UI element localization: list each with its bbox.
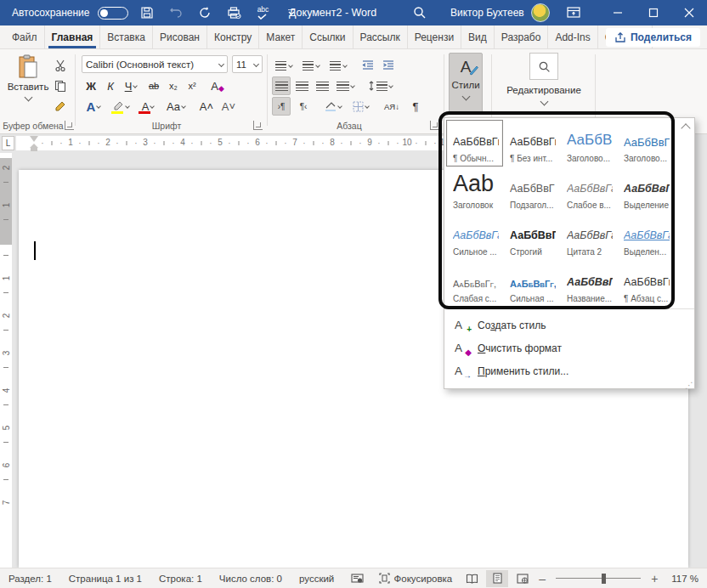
multilevel-list-button[interactable] [326,56,350,75]
resize-grip[interactable] [685,379,692,386]
font-color-button[interactable]: А [136,97,160,116]
tab-design[interactable]: Констру [207,25,259,48]
apply-styles[interactable]: А→Применить стили... [444,359,694,382]
close-button[interactable] [671,0,707,25]
style-emphasis[interactable]: АаБбВвГгВыделение [617,167,674,213]
text-effects-button[interactable]: А [82,97,105,116]
style-title[interactable]: AabЗаголовок [446,167,503,213]
line-spacing-button[interactable] [367,76,393,95]
style-heading2[interactable]: АаБбВвГЗаголово... [617,120,674,167]
style-normal[interactable]: АаБбВвГг,¶ Обычн... [446,120,503,167]
sort-button[interactable]: АЯ↓ [381,97,403,116]
word-count-status[interactable]: Число слов: 0 [211,574,291,584]
user-name[interactable]: Виктор Бухтеев [450,7,524,19]
zoom-in-button[interactable]: + [649,572,659,585]
superscript-button[interactable]: x² [183,76,201,95]
tab-layout[interactable]: Макет [259,25,303,48]
editing-button[interactable]: Редактирование [503,53,585,105]
style-heading1[interactable]: АаБбВвЗаголово... [560,120,617,167]
style-quote2[interactable]: АаБбВвГгЦитата 2 [560,213,617,260]
highlight-button[interactable] [109,97,133,116]
align-right-button[interactable] [313,76,331,95]
grow-font-button[interactable]: А˄ [197,97,216,116]
copy-icon[interactable] [51,76,70,95]
tab-draw[interactable]: Рисован [153,25,207,48]
change-case-button[interactable]: Аа [163,97,189,116]
bold-button[interactable]: Ж [82,76,100,95]
cut-icon[interactable] [51,56,70,75]
ltr-direction-button[interactable]: ›¶ [272,97,291,116]
tab-developer[interactable]: Разрабо [495,25,549,48]
zoom-slider-handle[interactable] [602,574,606,584]
tab-addins[interactable]: Add-Ins [548,25,597,48]
tab-insert[interactable]: Вставка [100,25,153,48]
style-subtitle[interactable]: АаБбВвГПодзагол... [503,167,560,213]
search-icon[interactable] [410,3,430,22]
page-status[interactable]: Страница 1 из 1 [60,574,150,584]
align-center-button[interactable] [292,76,311,95]
justify-button[interactable] [333,76,357,95]
line-status[interactable]: Строка: 1 [150,574,211,584]
clear-formatting[interactable]: А◆Очистить формат [444,336,694,359]
italic-button[interactable]: К [101,76,120,95]
spelling-grammar-icon[interactable]: abc [252,3,273,23]
borders-button[interactable] [348,97,372,116]
tab-references[interactable]: Ссылки [303,25,353,48]
style-subtle-emphasis[interactable]: АаБбВвГгСлабое в... [560,167,617,213]
paste-button[interactable]: Вставить [5,54,51,100]
align-left-button[interactable] [272,76,291,95]
clear-formatting-button[interactable]: А◆ [208,76,227,95]
redo-icon[interactable] [195,3,215,23]
increase-indent-button[interactable] [379,56,398,75]
style-subtle-reference[interactable]: АаБбВвГг,Слабая с... [446,260,503,307]
ribbon-display-options-icon[interactable] [559,0,588,25]
bullets-button[interactable] [272,56,296,75]
shading-button[interactable] [321,97,345,116]
quick-print-icon[interactable] [223,3,244,23]
strikethrough-button[interactable]: ab [144,76,163,95]
save-icon[interactable] [137,3,157,23]
autosave-toggle[interactable] [98,7,128,20]
gallery-collapse-icon[interactable] [681,123,690,133]
styles-button[interactable]: А Стили [449,53,483,114]
format-painter-icon[interactable] [51,97,70,116]
decrease-indent-button[interactable] [359,56,377,75]
maximize-button[interactable] [636,0,671,25]
focus-mode-button[interactable]: Фокусировка [374,570,458,587]
macro-record-icon[interactable] [342,574,372,584]
share-button[interactable]: Поделиться [606,28,700,47]
paragraph-dialog-launcher-icon[interactable] [430,121,439,130]
rtl-direction-button[interactable]: ¶‹ [294,97,313,116]
web-layout-button[interactable] [512,570,534,587]
show-marks-button[interactable]: ¶ [406,97,425,116]
language-status[interactable]: русский [291,574,342,584]
first-line-indent-marker[interactable] [30,136,38,142]
style-no-spacing[interactable]: АаБбВвГг,¶ Без инт... [503,120,560,167]
clipboard-dialog-launcher-icon[interactable] [65,121,74,130]
minimize-button[interactable] [600,0,636,25]
avatar[interactable] [531,3,550,22]
tab-view[interactable]: Вид [461,25,495,48]
style-list-paragraph[interactable]: АаБбВвГг,¶ Абзац с... [617,260,674,307]
zoom-slider[interactable] [556,578,641,580]
print-layout-button[interactable] [486,570,508,587]
create-style[interactable]: А+Создать стиль [444,314,694,336]
zoom-out-button[interactable]: – [537,572,547,585]
numbering-button[interactable] [299,56,323,75]
subscript-button[interactable]: x₂ [164,76,183,95]
vertical-ruler[interactable]: 211234567 [0,153,12,568]
font-dialog-launcher-icon[interactable] [253,121,263,130]
style-book-title[interactable]: АаБбВвГгНазвание... [560,260,617,307]
tab-file[interactable]: Файл [5,25,45,48]
shrink-font-button[interactable]: А˅ [219,97,238,116]
font-name-combo[interactable]: Calibri (Основной текст) [82,55,228,73]
left-indent-marker[interactable] [31,148,37,151]
tab-selector[interactable]: L [2,136,14,150]
read-mode-button[interactable] [461,570,483,587]
tab-review[interactable]: Рецензи [408,25,461,48]
style-intense-reference[interactable]: АаБбВвГг,Сильная ... [503,260,560,307]
tab-home[interactable]: Главная [45,25,101,48]
zoom-level[interactable]: 117 % [663,574,702,584]
section-status[interactable]: Раздел: 1 [0,574,60,584]
style-strong[interactable]: АаБбВвГг,Строгий [503,213,560,260]
